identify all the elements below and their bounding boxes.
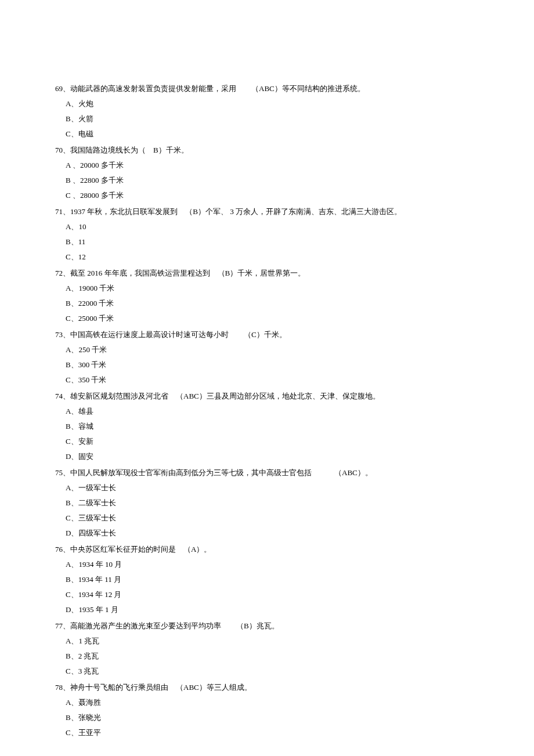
option: A、19000 千米 xyxy=(55,281,479,296)
option: A、一级军士长 xyxy=(55,480,479,495)
question-75: 75、中国人民解放军现役士官军衔由高到低分为三等七级，其中高级士官包括 （ABC… xyxy=(55,465,479,541)
option: C、三级军士长 xyxy=(55,511,479,526)
option: A、1934 年 10 月 xyxy=(55,557,479,572)
question-72: 72、截至 2016 年年底，我国高铁运营里程达到 （B）千米，居世界第一。A、… xyxy=(55,266,479,326)
option: D、1935 年 1 月 xyxy=(55,602,479,617)
option: C、3 兆瓦 xyxy=(55,664,479,679)
question-text: 69、动能武器的高速发射装置负责提供发射能量，采用 （ABC）等不同结构的推进系… xyxy=(55,81,479,96)
question-text: 78、神舟十号飞船的飞行乘员组由 （ABC）等三人组成。 xyxy=(55,680,479,695)
question-70: 70、我国陆路边境线长为（ B）千米。A 、20000 多千米B 、22800 … xyxy=(55,143,479,203)
option: C、1934 年 12 月 xyxy=(55,587,479,602)
option: C、安新 xyxy=(55,434,479,449)
question-text: 75、中国人民解放军现役士官军衔由高到低分为三等七级，其中高级士官包括 （ABC… xyxy=(55,465,479,480)
option: B、张晓光 xyxy=(55,710,479,725)
question-text: 70、我国陆路边境线长为（ B）千米。 xyxy=(55,143,479,158)
option: A、聂海胜 xyxy=(55,695,479,710)
option: D、四级军士长 xyxy=(55,526,479,541)
question-69: 69、动能武器的高速发射装置负责提供发射能量，采用 （ABC）等不同结构的推进系… xyxy=(55,81,479,142)
option: A、250 千米 xyxy=(55,342,479,357)
option: D、固安 xyxy=(55,449,479,464)
option: C 、28000 多千米 xyxy=(55,188,479,203)
option: C、电磁 xyxy=(55,126,479,142)
question-76: 76、中央苏区红军长征开始的时间是 （A）。A、1934 年 10 月B、193… xyxy=(55,542,479,617)
option: C、12 xyxy=(55,249,479,265)
option: B、火箭 xyxy=(55,111,479,126)
question-text: 71、1937 年秋，东北抗日联军发展到 （B）个军、 3 万余人，开辟了东南满… xyxy=(55,204,479,219)
option: B、二级军士长 xyxy=(55,495,479,511)
option: A、火炮 xyxy=(55,96,479,111)
question-text: 76、中央苏区红军长征开始的时间是 （A）。 xyxy=(55,542,479,557)
option: B、11 xyxy=(55,234,479,249)
question-text: 77、高能激光器产生的激光束至少要达到平均功率 （B）兆瓦。 xyxy=(55,618,479,634)
question-77: 77、高能激光器产生的激光束至少要达到平均功率 （B）兆瓦。A、1 兆瓦B、2 … xyxy=(55,618,479,679)
option: B 、22800 多千米 xyxy=(55,173,479,188)
question-78: 78、神舟十号飞船的飞行乘员组由 （ABC）等三人组成。A、聂海胜B、张晓光C、… xyxy=(55,680,479,740)
option: A、10 xyxy=(55,219,479,234)
option: C、25000 千米 xyxy=(55,311,479,326)
option: A、1 兆瓦 xyxy=(55,634,479,649)
question-73: 73、中国高铁在运行速度上最高设计时速可达每小时 （C）千米。A、250 千米B… xyxy=(55,327,479,388)
option: B、1934 年 11 月 xyxy=(55,572,479,587)
option: C、350 千米 xyxy=(55,372,479,388)
option: A、雄县 xyxy=(55,404,479,419)
question-74: 74、雄安新区规划范围涉及河北省 （ABC）三县及周边部分区域，地处北京、天津、… xyxy=(55,389,479,464)
option: A 、20000 多千米 xyxy=(55,158,479,173)
option: B、2 兆瓦 xyxy=(55,649,479,664)
option: C、王亚平 xyxy=(55,725,479,740)
option: B、22000 千米 xyxy=(55,296,479,311)
question-text: 74、雄安新区规划范围涉及河北省 （ABC）三县及周边部分区域，地处北京、天津、… xyxy=(55,389,479,404)
option: B、300 千米 xyxy=(55,357,479,372)
option: B、容城 xyxy=(55,419,479,434)
question-text: 72、截至 2016 年年底，我国高铁运营里程达到 （B）千米，居世界第一。 xyxy=(55,266,479,281)
question-text: 73、中国高铁在运行速度上最高设计时速可达每小时 （C）千米。 xyxy=(55,327,479,342)
question-71: 71、1937 年秋，东北抗日联军发展到 （B）个军、 3 万余人，开辟了东南满… xyxy=(55,204,479,265)
document-content: 69、动能武器的高速发射装置负责提供发射能量，采用 （ABC）等不同结构的推进系… xyxy=(55,81,479,740)
